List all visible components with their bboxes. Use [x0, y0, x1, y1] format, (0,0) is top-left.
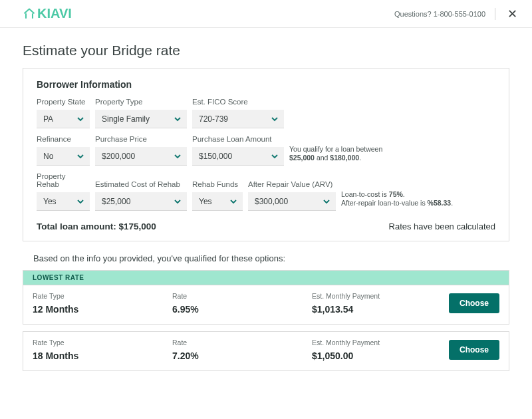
rehab-cost-field: Estimated Cost of Rehab $25,000: [95, 180, 187, 211]
purchase-loan-select[interactable]: $150,000: [192, 147, 284, 166]
chevron-down-icon: [76, 198, 84, 206]
chevron-down-icon: [174, 152, 182, 160]
purchase-loan-field: Purchase Loan Amount $150,000: [192, 135, 284, 166]
chevron-down-icon: [76, 115, 84, 123]
refinance-value: No: [43, 152, 53, 161]
fico-value: 720-739: [199, 114, 228, 124]
purchase-loan-value: $150,000: [199, 152, 232, 161]
rehab-funds-label: Rehab Funds: [192, 180, 243, 188]
chevron-down-icon: [323, 198, 331, 206]
logo-text: KIAVI: [37, 6, 72, 21]
close-icon[interactable]: ✕: [505, 7, 520, 21]
property-type-field: Property Type Single Family: [95, 98, 187, 128]
rehab-funds-select[interactable]: Yes: [192, 192, 243, 211]
rate-type-value: 12 Months: [33, 304, 172, 315]
section-title: Borrower Information: [37, 79, 495, 90]
arv-label: After Repair Value (ARV): [248, 180, 336, 188]
chevron-down-icon: [271, 152, 279, 160]
rates-calculated-text: Rates have been calculated: [389, 221, 495, 231]
chevron-down-icon: [76, 152, 84, 160]
purchase-price-value: $200,000: [102, 152, 135, 161]
rehab-cost-value: $25,000: [102, 197, 130, 206]
refinance-field: Refinance No: [37, 135, 90, 166]
house-icon: [23, 7, 36, 21]
chevron-down-icon: [174, 115, 182, 123]
questions-phone[interactable]: Questions? 1-800-555-0100: [394, 10, 485, 18]
topbar-right: Questions? 1-800-555-0100 ✕: [394, 7, 520, 21]
rehab-cost-select[interactable]: $25,000: [95, 192, 187, 211]
loan-range-helper: You qualify for a loan between $25,000 a…: [289, 145, 382, 166]
fico-field: Est. FICO Score 720-739: [192, 98, 284, 128]
rate-value: 7.20%: [172, 350, 312, 361]
total-label: Total loan amount:: [37, 221, 119, 231]
choose-button[interactable]: Choose: [449, 293, 499, 313]
purchase-loan-label: Purchase Loan Amount: [192, 135, 284, 143]
rehab-funds-field: Rehab Funds Yes: [192, 180, 243, 211]
rate-type-value: 18 Months: [33, 350, 172, 361]
property-rehab-select[interactable]: Yes: [37, 192, 90, 211]
arv-select[interactable]: $300,000: [248, 192, 336, 211]
purchase-price-field: Purchase Price $200,000: [95, 135, 187, 166]
property-type-label: Property Type: [95, 98, 187, 106]
chevron-down-icon: [174, 198, 182, 206]
rate-label: Rate: [172, 339, 312, 347]
fico-select[interactable]: 720-739: [192, 110, 284, 128]
chevron-down-icon: [229, 198, 237, 206]
payment-value: $1,050.00: [312, 350, 449, 361]
arv-field: After Repair Value (ARV) $300,000: [248, 180, 336, 211]
logo: KIAVI: [23, 6, 72, 21]
rate-option-1: LOWEST RATE Rate Type 12 Months Rate 6.9…: [23, 270, 509, 325]
arv-value: $300,000: [255, 197, 288, 206]
rate-value: 6.95%: [172, 304, 312, 315]
payment-value: $1,013.54: [312, 304, 449, 315]
results-intro: Based on the info you provided, you've q…: [23, 253, 509, 263]
rehab-funds-value: Yes: [199, 197, 212, 206]
totals-row: Total loan amount: $175,000 Rates have b…: [37, 221, 495, 231]
property-state-value: PA: [43, 114, 53, 124]
property-rehab-value: Yes: [43, 197, 57, 206]
lowest-rate-badge: LOWEST RATE: [23, 271, 509, 285]
property-state-field: Property State PA: [37, 98, 90, 128]
refinance-select[interactable]: No: [37, 147, 90, 166]
property-type-value: Single Family: [102, 114, 150, 124]
topbar: KIAVI Questions? 1-800-555-0100 ✕: [0, 0, 532, 28]
rate-label: Rate: [172, 292, 312, 300]
choose-button[interactable]: Choose: [449, 340, 499, 360]
purchase-price-select[interactable]: $200,000: [95, 147, 187, 166]
payment-label: Est. Monthly Payment: [312, 292, 449, 300]
purchase-price-label: Purchase Price: [95, 135, 187, 143]
rate-option-2: Rate Type 18 Months Rate 7.20% Est. Mont…: [23, 331, 509, 371]
rate-type-label: Rate Type: [33, 339, 172, 347]
property-type-select[interactable]: Single Family: [95, 110, 187, 128]
rate-type-label: Rate Type: [33, 292, 172, 300]
property-state-label: Property State: [37, 98, 90, 106]
rehab-cost-label: Estimated Cost of Rehab: [95, 180, 187, 188]
divider: [495, 8, 495, 20]
chevron-down-icon: [271, 115, 279, 123]
property-rehab-label: Property Rehab: [37, 172, 90, 188]
property-state-select[interactable]: PA: [37, 110, 90, 128]
page-title: Estimate your Bridge rate: [23, 43, 509, 59]
ltc-ltv-helper: Loan-to-cost is 75%. After-repair loan-t…: [341, 190, 453, 211]
total-value: $175,000: [119, 221, 156, 231]
payment-label: Est. Monthly Payment: [312, 339, 449, 347]
property-rehab-field: Property Rehab Yes: [37, 172, 90, 211]
fico-label: Est. FICO Score: [192, 98, 284, 106]
borrower-info-panel: Borrower Information Property State PA P…: [23, 68, 509, 241]
refinance-label: Refinance: [37, 135, 90, 143]
